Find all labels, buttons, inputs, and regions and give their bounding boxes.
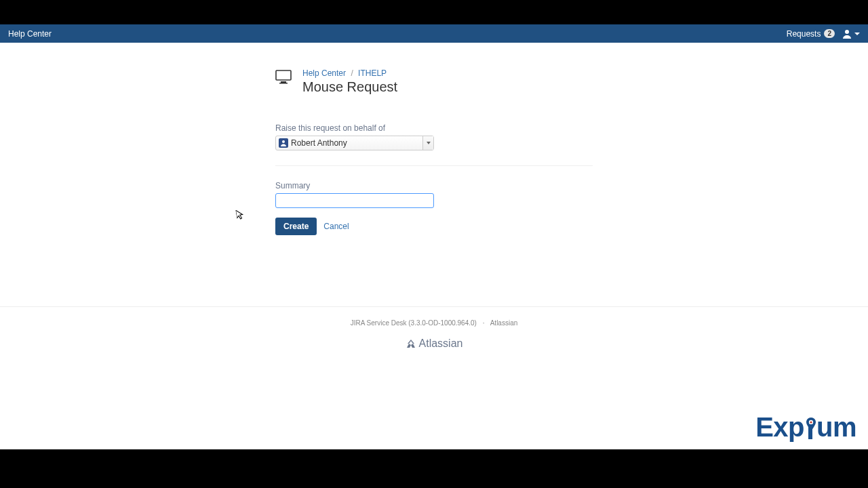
svg-point-4: [282, 140, 285, 143]
letterbox-top: [0, 0, 868, 24]
select-dropdown-button[interactable]: [422, 136, 433, 150]
main-content: Help Center / ITHELP Mouse Request Raise…: [275, 68, 593, 235]
profile-menu[interactable]: [842, 28, 860, 39]
breadcrumb-separator: /: [351, 68, 353, 78]
svg-point-0: [845, 30, 849, 34]
requests-count-badge: 2: [824, 29, 835, 38]
breadcrumb: Help Center / ITHELP: [302, 68, 397, 78]
monitor-icon: [275, 70, 292, 87]
page-title: Mouse Request: [302, 79, 397, 95]
user-icon: [279, 138, 288, 148]
top-nav: Help Center Requests 2: [0, 24, 868, 43]
requests-label: Requests: [787, 29, 821, 39]
letterbox-bottom: [0, 449, 868, 488]
svg-rect-3: [279, 83, 288, 84]
avatar-icon: [842, 28, 852, 39]
footer-vendor-link[interactable]: Atlassian: [490, 319, 518, 327]
atlassian-logo: Atlassian: [406, 338, 463, 350]
requests-button[interactable]: Requests 2: [787, 29, 835, 39]
create-button[interactable]: Create: [275, 218, 317, 235]
nav-help-center-link[interactable]: Help Center: [8, 29, 52, 39]
svg-point-6: [810, 421, 812, 423]
breadcrumb-help-center[interactable]: Help Center: [302, 68, 346, 78]
summary-input[interactable]: [275, 193, 434, 208]
divider: [275, 165, 593, 166]
cancel-button[interactable]: Cancel: [323, 222, 349, 231]
svg-rect-2: [281, 81, 286, 83]
chevron-down-icon: [854, 33, 860, 35]
breadcrumb-project[interactable]: ITHELP: [358, 68, 387, 78]
footer: JIRA Service Desk (3.3.0-OD-1000.964.0) …: [0, 306, 868, 352]
chevron-down-icon: [427, 142, 431, 144]
behalf-label: Raise this request on behalf of: [275, 123, 593, 133]
footer-separator: ·: [483, 319, 485, 327]
expium-watermark: Exp um: [755, 411, 856, 443]
behalf-select[interactable]: Robert Anthony: [275, 136, 434, 150]
svg-rect-1: [276, 70, 291, 80]
cursor-icon: [235, 209, 245, 223]
footer-product: JIRA Service Desk (3.3.0-OD-1000.964.0): [351, 319, 477, 327]
behalf-selected-value: Robert Anthony: [291, 138, 347, 148]
summary-label: Summary: [275, 181, 593, 190]
